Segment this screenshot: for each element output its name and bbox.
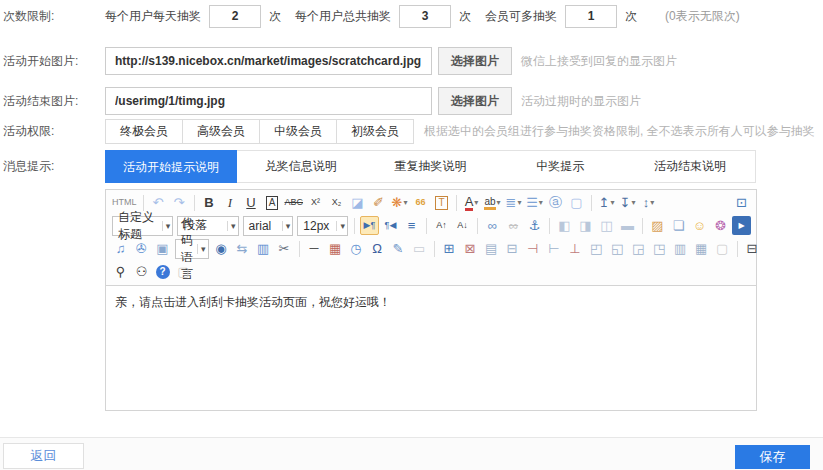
date-icon[interactable]: ▦ (326, 239, 345, 258)
start-image-input[interactable] (105, 47, 432, 75)
end-image-pick-button[interactable]: 选择图片 (438, 87, 512, 115)
image-center-icon[interactable]: ◨ (576, 216, 595, 235)
editor-content[interactable]: 亲，请点击进入刮刮卡抽奖活动页面，祝您好运哦！ (106, 286, 756, 410)
preview-icon[interactable]: ⚲ (111, 262, 130, 281)
auto-typeset-icon[interactable]: ❋▾ (390, 193, 409, 212)
image-right-icon[interactable]: ◫ (597, 216, 616, 235)
horizontal-rule-icon[interactable]: — (305, 239, 324, 258)
format-painter-icon[interactable]: ✐ (369, 193, 388, 212)
merge-right-icon[interactable]: ◱ (608, 239, 627, 258)
table-doc-icon[interactable]: ▢ (713, 239, 732, 258)
redo-icon[interactable]: ↷ (170, 193, 189, 212)
split-col-icon[interactable]: ▥ (671, 239, 690, 258)
message-tab[interactable]: 中奖提示 (495, 151, 625, 182)
insert-code-icon[interactable]: ▣ (153, 239, 172, 258)
rich-text-editor: HTML↶↷BIUAABCX²X₂◪✐❋▾66TA▾ab▾≣▾☰▾ⓐ▢↥▾↧▾↕… (105, 189, 757, 411)
table-title-icon[interactable]: ▤ (482, 239, 501, 258)
strikethrough-icon[interactable]: ABC (284, 193, 305, 212)
merge-cells-icon[interactable]: ◰ (587, 239, 606, 258)
unordered-list-icon[interactable]: ☰▾ (525, 193, 544, 212)
font-color-icon[interactable]: A▾ (462, 193, 481, 212)
font-size-up-icon[interactable]: A↑ (432, 216, 451, 235)
underline-icon[interactable]: U (242, 193, 261, 212)
paste-text-icon[interactable]: T (432, 193, 451, 212)
print-icon[interactable]: ⊟ (743, 239, 762, 258)
spell-check-icon[interactable]: ✎ (389, 239, 408, 258)
message-tab[interactable]: 活动结束说明 (625, 151, 755, 182)
member-level-button[interactable]: 终极会员 (105, 119, 183, 144)
special-char-icon[interactable]: Ω (368, 239, 387, 258)
delete-col-icon[interactable]: ⊥ (566, 239, 585, 258)
iframe-icon[interactable]: ▥ (254, 239, 273, 258)
code-language-select[interactable]: 代码语言▾ (175, 239, 209, 259)
chevron-down-icon: ▾ (610, 193, 614, 212)
highlight-color-icon[interactable]: ab▾ (483, 193, 502, 212)
unlink-icon[interactable]: ∞ (504, 216, 523, 235)
paragraph-space-icon[interactable]: ↧▾ (618, 193, 637, 212)
font-family-select[interactable]: arial▾ (243, 216, 294, 236)
start-image-pick-button[interactable]: 选择图片 (438, 47, 512, 75)
save-button[interactable]: 保存 (735, 445, 810, 469)
ordered-list-icon[interactable]: ≣▾ (504, 193, 523, 212)
merge-down-icon[interactable]: ◲ (629, 239, 648, 258)
attachment-icon[interactable]: ✇ (132, 239, 151, 258)
italic-icon[interactable]: I (221, 193, 240, 212)
member-level-button[interactable]: 高级会员 (182, 119, 260, 144)
limit-count-input[interactable] (399, 5, 451, 28)
time-icon[interactable]: ◷ (347, 239, 366, 258)
insert-col-icon[interactable]: ⊣ (524, 239, 543, 258)
map-icon[interactable]: ◉ (212, 239, 231, 258)
help-icon[interactable]: ? (153, 262, 172, 281)
dir-rtl-icon[interactable]: ¶◀ (381, 216, 400, 235)
screenshot-icon[interactable]: ✂ (275, 239, 294, 258)
blockquote-icon[interactable]: 66 (411, 193, 430, 212)
fullscreen-icon[interactable]: ⊡ (732, 193, 751, 212)
font-border-icon[interactable]: A (263, 193, 282, 212)
full-table-icon[interactable]: ▦ (692, 239, 711, 258)
music-icon[interactable]: ♫ (111, 239, 130, 258)
split-row-icon[interactable]: ◳ (650, 239, 669, 258)
eraser-icon[interactable]: ◪ (348, 193, 367, 212)
member-level-button[interactable]: 初级会员 (336, 119, 414, 144)
blank-page-icon[interactable]: ▢ (567, 193, 586, 212)
indent-icon[interactable]: ↥▾ (597, 193, 616, 212)
video-icon[interactable]: ▶ (732, 216, 751, 235)
limit-count-input[interactable] (565, 5, 617, 28)
insert-image-icon[interactable]: ▨ (648, 216, 667, 235)
insert-table-icon[interactable]: ⊞ (440, 239, 459, 258)
message-tab[interactable]: 重复抽奖说明 (366, 151, 496, 182)
image-manager-icon[interactable]: ❏ (669, 216, 688, 235)
insert-row-icon[interactable]: ⊟ (503, 239, 522, 258)
paragraph-format-icon[interactable]: ≡ (402, 216, 421, 235)
anchor-text-icon[interactable]: ⓐ (546, 193, 565, 212)
subscript-icon[interactable]: X₂ (327, 193, 346, 212)
icon-glyph: ▦ (695, 239, 707, 258)
superscript-icon[interactable]: X² (306, 193, 325, 212)
paste-icon[interactable]: ▢ (174, 262, 193, 281)
emoji-icon[interactable]: ☺ (690, 216, 709, 235)
image-inline-icon[interactable]: ▬ (618, 216, 637, 235)
anchor-icon[interactable]: ⚓ (525, 216, 544, 235)
end-image-hint: 活动过期时的显示图片 (521, 93, 641, 110)
message-tab[interactable]: 活动开始提示说明 (105, 150, 237, 183)
limits-label: 次数限制: (3, 8, 105, 25)
font-size-select[interactable]: 12px▾ (297, 216, 348, 236)
message-tab[interactable]: 兑奖信息说明 (236, 151, 366, 182)
end-image-input[interactable] (105, 87, 432, 115)
font-size-down-icon[interactable]: A↓ (453, 216, 472, 235)
bold-icon[interactable]: B (200, 193, 219, 212)
delete-table-icon[interactable]: ⊠ (461, 239, 480, 258)
find-replace-icon[interactable]: ⚇ (132, 262, 151, 281)
back-button[interactable]: 返回 (3, 443, 84, 469)
limit-count-input[interactable] (209, 5, 261, 28)
link-icon[interactable]: ∞ (483, 216, 502, 235)
delete-row-icon[interactable]: ⊢ (545, 239, 564, 258)
line-height-icon[interactable]: ↕▾ (639, 193, 658, 212)
heading-select[interactable]: 自定义标题▾ (112, 216, 173, 236)
scrawl-icon[interactable]: ❂ (711, 216, 730, 235)
dir-ltr-icon[interactable]: ▶¶ (360, 216, 379, 235)
page-break-icon[interactable]: ⇆ (233, 239, 252, 258)
image-left-icon[interactable]: ◧ (555, 216, 574, 235)
word-image-icon[interactable]: ▭ (410, 239, 429, 258)
member-level-button[interactable]: 中级会员 (259, 119, 337, 144)
